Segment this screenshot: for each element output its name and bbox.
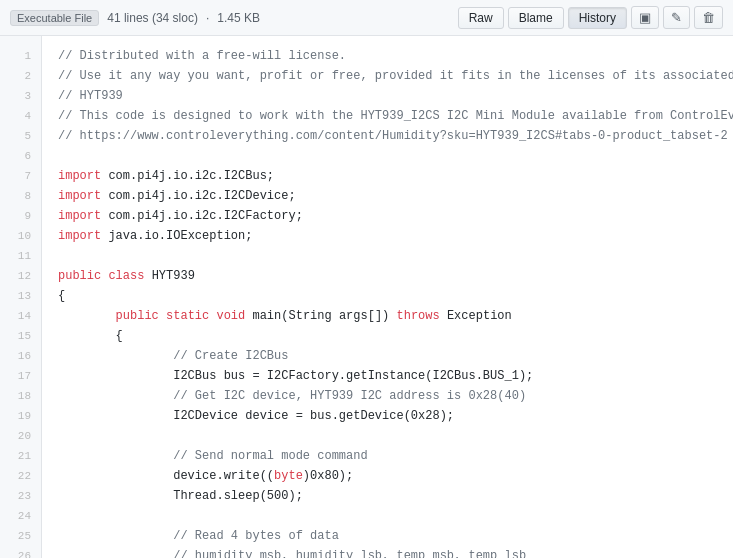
code-line bbox=[58, 506, 717, 526]
separator: · bbox=[206, 11, 209, 25]
file-size: 1.45 KB bbox=[217, 11, 260, 25]
line-number: 9 bbox=[0, 206, 41, 226]
code-line: // Create I2CBus bbox=[58, 346, 717, 366]
line-numbers: 1234567891011121314151617181920212223242… bbox=[0, 36, 42, 558]
code-line: device.write((byte)0x80); bbox=[58, 466, 717, 486]
line-number: 22 bbox=[0, 466, 41, 486]
line-number: 12 bbox=[0, 266, 41, 286]
line-number: 4 bbox=[0, 106, 41, 126]
code-line: import com.pi4j.io.i2c.I2CFactory; bbox=[58, 206, 717, 226]
line-number: 16 bbox=[0, 346, 41, 366]
line-number: 3 bbox=[0, 86, 41, 106]
lines-count: 41 lines (34 sloc) bbox=[107, 11, 198, 25]
code-line: { bbox=[58, 286, 717, 306]
delete-icon-button[interactable]: 🗑 bbox=[694, 6, 723, 29]
code-line: // https://www.controleverything.com/con… bbox=[58, 126, 717, 146]
edit-icon-button[interactable]: ✎ bbox=[663, 6, 690, 29]
code-line: import com.pi4j.io.i2c.I2CBus; bbox=[58, 166, 717, 186]
code-line bbox=[58, 146, 717, 166]
line-number: 14 bbox=[0, 306, 41, 326]
file-type-badge: Executable File bbox=[10, 10, 99, 26]
line-number: 15 bbox=[0, 326, 41, 346]
line-number: 6 bbox=[0, 146, 41, 166]
line-number: 26 bbox=[0, 546, 41, 558]
code-line: import com.pi4j.io.i2c.I2CDevice; bbox=[58, 186, 717, 206]
line-number: 7 bbox=[0, 166, 41, 186]
code-line: // humidity msb, humidity lsb, temp msb,… bbox=[58, 546, 717, 558]
line-number: 19 bbox=[0, 406, 41, 426]
code-line: // Read 4 bytes of data bbox=[58, 526, 717, 546]
code-line: // Distributed with a free-will license. bbox=[58, 46, 717, 66]
code-line: public class HYT939 bbox=[58, 266, 717, 286]
line-number: 23 bbox=[0, 486, 41, 506]
code-line: // This code is designed to work with th… bbox=[58, 106, 717, 126]
top-bar: Executable File 41 lines (34 sloc) · 1.4… bbox=[0, 0, 733, 36]
code-line: I2CBus bus = I2CFactory.getInstance(I2CB… bbox=[58, 366, 717, 386]
code-container: 1234567891011121314151617181920212223242… bbox=[0, 36, 733, 558]
code-line: import java.io.IOException; bbox=[58, 226, 717, 246]
line-number: 18 bbox=[0, 386, 41, 406]
code-line: { bbox=[58, 326, 717, 346]
code-line: // HYT939 bbox=[58, 86, 717, 106]
line-number: 24 bbox=[0, 506, 41, 526]
line-number: 17 bbox=[0, 366, 41, 386]
toolbar-buttons: Raw Blame History ▣ ✎ 🗑 bbox=[458, 6, 723, 29]
code-line: Thread.sleep(500); bbox=[58, 486, 717, 506]
line-number: 10 bbox=[0, 226, 41, 246]
line-number: 1 bbox=[0, 46, 41, 66]
desktop-icon-button[interactable]: ▣ bbox=[631, 6, 659, 29]
code-line: // Send normal mode command bbox=[58, 446, 717, 466]
code-line: // Use it any way you want, profit or fr… bbox=[58, 66, 717, 86]
code-line: // Get I2C device, HYT939 I2C address is… bbox=[58, 386, 717, 406]
code-line: public static void main(String args[]) t… bbox=[58, 306, 717, 326]
line-number: 11 bbox=[0, 246, 41, 266]
line-number: 2 bbox=[0, 66, 41, 86]
code-line bbox=[58, 246, 717, 266]
line-number: 25 bbox=[0, 526, 41, 546]
history-button[interactable]: History bbox=[568, 7, 627, 29]
file-info: Executable File 41 lines (34 sloc) · 1.4… bbox=[10, 10, 260, 26]
blame-button[interactable]: Blame bbox=[508, 7, 564, 29]
line-number: 20 bbox=[0, 426, 41, 446]
raw-button[interactable]: Raw bbox=[458, 7, 504, 29]
code-line: I2CDevice device = bus.getDevice(0x28); bbox=[58, 406, 717, 426]
line-number: 13 bbox=[0, 286, 41, 306]
line-number: 8 bbox=[0, 186, 41, 206]
code-lines: // Distributed with a free-will license.… bbox=[42, 36, 733, 558]
code-line bbox=[58, 426, 717, 446]
line-number: 5 bbox=[0, 126, 41, 146]
line-number: 21 bbox=[0, 446, 41, 466]
